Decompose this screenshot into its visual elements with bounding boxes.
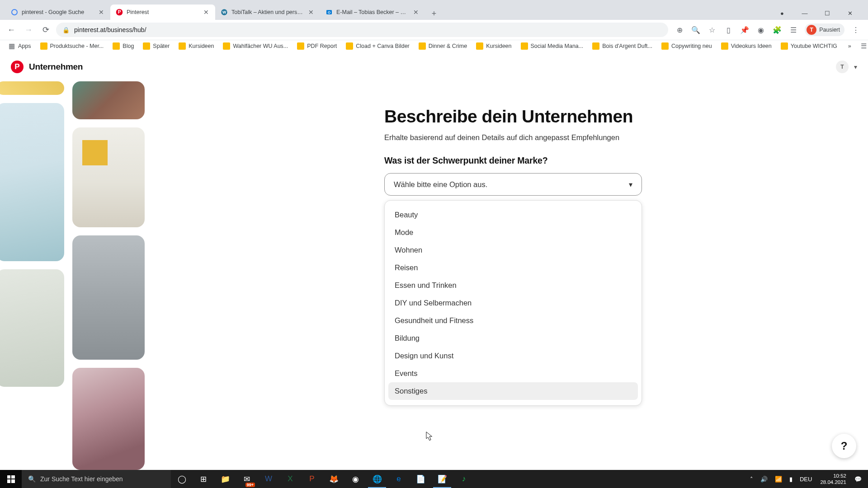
reader-icon[interactable]: ▯ (723, 25, 733, 35)
option-sonstiges[interactable]: Sonstiges (388, 382, 638, 400)
option-wohnen[interactable]: Wohnen (388, 241, 638, 259)
task-view-icon[interactable]: ⊞ (193, 470, 214, 488)
taskbar-search[interactable]: 🔍 Zur Suche Text hier eingeben (22, 470, 171, 488)
option-mode[interactable]: Mode (388, 224, 638, 241)
kebab-menu-icon[interactable]: ⋮ (851, 25, 861, 35)
tray-overflow-icon[interactable]: ˄ (747, 470, 756, 488)
extension-pin-icon[interactable]: 📌 (740, 25, 750, 35)
chrome-icon[interactable]: 🌐 (366, 470, 388, 488)
wordpad-icon[interactable]: 📝 (431, 470, 453, 488)
folder-icon (297, 42, 304, 50)
mail-icon[interactable]: ✉99+ (236, 470, 258, 488)
tab-outlook[interactable]: O E-Mail – Tobias Becker – Outlook ✕ (320, 5, 425, 20)
address-bar[interactable]: 🔒 pinterest.at/business/hub/ (56, 23, 668, 37)
excel-icon[interactable]: X (279, 470, 301, 488)
bookmark-youtube[interactable]: Youtube WICHTIG (777, 41, 841, 52)
close-icon[interactable]: ✕ (307, 9, 315, 16)
bookmark-bois-argent[interactable]: Bois d'Argent Duft... (589, 41, 656, 52)
bookmark-social-media[interactable]: Social Media Mana... (517, 41, 587, 52)
bookmark-pdf-report[interactable]: PDF Report (293, 41, 340, 52)
close-icon[interactable]: ✕ (98, 9, 105, 16)
taskbar-clock[interactable]: 10:52 28.04.2021 (816, 473, 850, 486)
zoom-icon[interactable]: 🔍 (691, 25, 701, 35)
extensions-puzzle-icon[interactable]: 🧩 (772, 25, 782, 35)
reading-list-button[interactable]: ☰Leseliste (857, 41, 868, 52)
collage-image (72, 127, 145, 227)
close-icon[interactable]: ✕ (412, 9, 420, 16)
tab-tobitalk[interactable]: W TobiTalk – Aktien und persönlich... ✕ (215, 5, 320, 20)
account-dot-icon[interactable]: ● (772, 6, 792, 20)
chevron-down-icon: ▾ (629, 180, 632, 189)
powerpoint-icon[interactable]: P (301, 470, 323, 488)
star-icon[interactable]: ☆ (707, 25, 717, 35)
bookmark-kursideen[interactable]: Kursideen (175, 41, 217, 52)
bookmark-apps[interactable]: ▦Apps (5, 41, 35, 52)
spotify-icon[interactable]: ♪ (453, 470, 475, 488)
chevron-down-icon[interactable]: ▾ (854, 63, 857, 70)
bookmark-produktsuche[interactable]: Produktsuche - Mer... (37, 41, 108, 52)
option-events[interactable]: Events (388, 365, 638, 382)
bookmark-dinner-crime[interactable]: Dinner & Crime (415, 41, 471, 52)
option-bildung[interactable]: Bildung (388, 329, 638, 347)
obs-icon[interactable]: ◉ (344, 470, 366, 488)
bookmark-wahlfaecher[interactable]: Wahlfächer WU Aus... (219, 41, 292, 52)
language-indicator[interactable]: DEU (797, 470, 815, 488)
tab-google-search[interactable]: pinterest - Google Suche ✕ (5, 5, 110, 20)
form-subheading: Erhalte basierend auf deinen Details auf… (384, 133, 642, 142)
option-design-kunst[interactable]: Design und Kunst (388, 347, 638, 365)
folder-icon (40, 42, 47, 50)
tab-pinterest[interactable]: P Pinterest ✕ (110, 5, 215, 20)
close-window-button[interactable]: ✕ (840, 6, 860, 20)
window-controls: ● — ☐ ✕ (772, 6, 863, 20)
notepad-icon[interactable]: 📄 (410, 470, 431, 488)
address-bar-row: ← → ⟳ 🔒 pinterest.at/business/hub/ ⊕ 🔍 ☆… (0, 20, 868, 40)
extension-grammarly-icon[interactable]: ◉ (756, 25, 766, 35)
wordpress-icon: W (221, 9, 228, 16)
bookmark-blog[interactable]: Blog (109, 41, 137, 52)
bookmark-cload-canva[interactable]: Cload + Canva Bilder (342, 41, 413, 52)
bookmark-kursideen-2[interactable]: Kursideen (472, 41, 515, 52)
pinterest-logo-icon[interactable]: P (11, 61, 24, 73)
folder-icon (179, 42, 186, 50)
minimize-button[interactable]: — (795, 6, 815, 20)
svg-point-0 (12, 9, 17, 15)
new-tab-button[interactable]: + (428, 7, 440, 20)
start-button[interactable] (0, 470, 22, 488)
reload-button[interactable]: ⟳ (39, 23, 52, 37)
volume-icon[interactable]: 🔊 (758, 470, 770, 488)
page-content: P Unternehmen T ▾ Beschreibe dein Untern… (0, 52, 868, 470)
bookmark-spaeter[interactable]: Später (139, 41, 173, 52)
option-beauty[interactable]: Beauty (388, 206, 638, 224)
file-explorer-icon[interactable]: 📁 (214, 470, 236, 488)
action-center-icon[interactable]: 💬 (852, 470, 864, 488)
profile-chip[interactable]: T Pausiert (805, 23, 844, 36)
brand-focus-select[interactable]: Wähle bitte eine Option aus. ▾ (384, 173, 642, 196)
option-essen-trinken[interactable]: Essen und Trinken (388, 277, 638, 294)
cortana-icon[interactable]: ◯ (171, 470, 193, 488)
wifi-icon[interactable]: 📶 (772, 470, 785, 488)
user-avatar[interactable]: T (836, 61, 849, 73)
bookmark-label: Später (153, 43, 170, 49)
bookmark-copywriting[interactable]: Copywriting neu (658, 41, 716, 52)
edge-icon[interactable]: e (388, 470, 410, 488)
bookmark-label: Copywriting neu (671, 43, 712, 49)
google-icon (11, 9, 18, 16)
reading-list-icon[interactable]: ☰ (788, 25, 798, 35)
option-reisen[interactable]: Reisen (388, 259, 638, 277)
maximize-button[interactable]: ☐ (817, 6, 837, 20)
firefox-icon[interactable]: 🦊 (323, 470, 344, 488)
folder-icon (346, 42, 353, 50)
bookmark-label: Bois d'Argent Duft... (602, 43, 652, 49)
word-icon[interactable]: W (258, 470, 279, 488)
forward-button[interactable]: → (22, 23, 35, 37)
bookmark-videokurs[interactable]: Videokurs Ideen (717, 41, 775, 52)
help-button[interactable]: ? (832, 434, 856, 458)
install-app-icon[interactable]: ⊕ (675, 25, 684, 35)
battery-icon[interactable]: ▮ (787, 470, 795, 488)
back-button[interactable]: ← (5, 23, 18, 37)
bookmark-overflow[interactable]: » (844, 41, 855, 52)
close-icon[interactable]: ✕ (203, 9, 210, 16)
option-gesundheit[interactable]: Gesundheit und Fitness (388, 312, 638, 329)
business-form: Beschreibe dein Unternehmen Erhalte basi… (384, 106, 642, 406)
option-diy[interactable]: DIY und Selbermachen (388, 294, 638, 312)
